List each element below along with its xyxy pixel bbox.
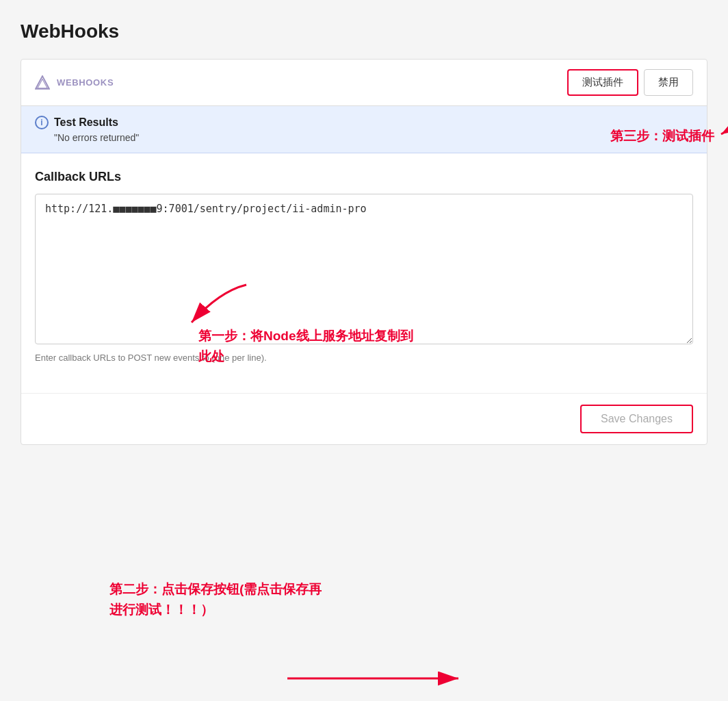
webhook-label: WEBHOOKS — [35, 75, 114, 90]
callback-url-textarea[interactable] — [35, 194, 693, 344]
webhooks-card: WEBHOOKS 测试插件 禁用 i Test Results "No erro… — [21, 59, 707, 445]
test-results-message: "No errors returned" — [54, 132, 693, 143]
test-results-heading: Test Results — [54, 116, 118, 129]
card-header: WEBHOOKS 测试插件 禁用 — [21, 60, 707, 106]
header-buttons: 测试插件 禁用 — [567, 69, 693, 96]
step2-arrow — [281, 654, 486, 701]
save-changes-button[interactable]: Save Changes — [580, 405, 693, 433]
test-results-title: i Test Results — [35, 116, 693, 129]
step2-annotation: 第二步：点击保存按钮(需点击保存再 进行测试！！！） — [109, 579, 322, 621]
info-icon: i — [35, 116, 49, 129]
webhooks-icon — [35, 75, 50, 90]
callback-url-help: Enter callback URLs to POST new events t… — [35, 353, 693, 363]
svg-marker-0 — [36, 76, 49, 89]
card-body: Callback URLs Enter callback URLs to POS… — [21, 153, 707, 393]
disable-button[interactable]: 禁用 — [644, 69, 693, 96]
card-footer: Save Changes — [21, 393, 707, 444]
test-plugin-button[interactable]: 测试插件 — [567, 69, 638, 96]
page-title: WebHooks — [21, 21, 707, 42]
webhook-title: WEBHOOKS — [57, 77, 114, 88]
callback-urls-title: Callback URLs — [35, 170, 693, 184]
test-results-banner: i Test Results "No errors returned" — [21, 106, 707, 153]
